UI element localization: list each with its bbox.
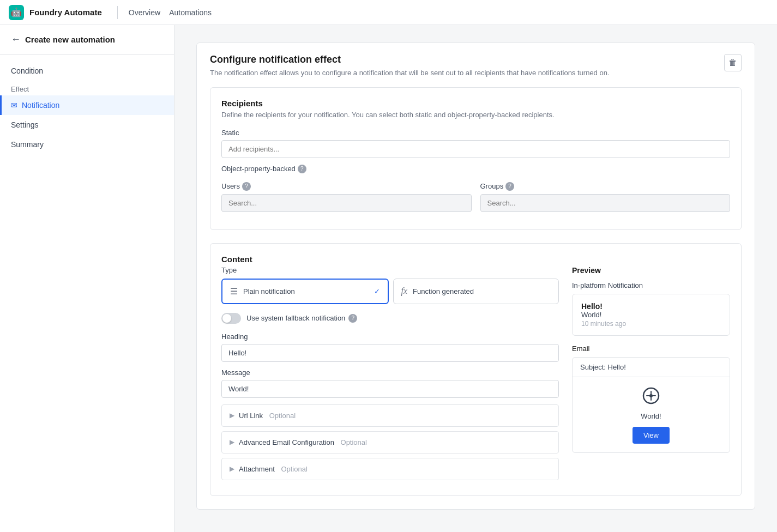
sidebar-header: ← Create new automation xyxy=(0,34,174,55)
users-field: Users ? xyxy=(221,182,472,212)
message-field-group: Message xyxy=(221,368,559,398)
recipients-title: Recipients xyxy=(221,99,730,108)
attachment-chevron-icon: ▶ xyxy=(230,465,234,473)
system-fallback-toggle[interactable] xyxy=(221,313,241,324)
content-grid: Type ☰ Plain notification ✓ fx Function … xyxy=(221,266,730,485)
url-link-optional: Optional xyxy=(267,412,296,420)
plain-check-icon: ✓ xyxy=(374,287,380,295)
toggle-label: Use system fallback notification ? xyxy=(246,314,357,323)
preview-time: 10 minutes ago xyxy=(581,320,721,328)
email-world-text: World! xyxy=(641,412,661,420)
svg-point-1 xyxy=(649,394,653,397)
recipients-section: Recipients Define the recipients for you… xyxy=(210,87,742,230)
heading-input[interactable] xyxy=(221,344,559,362)
email-logo xyxy=(641,386,661,406)
nav-divider xyxy=(117,6,118,19)
sidebar-item-settings-label: Settings xyxy=(11,120,39,129)
view-button[interactable]: View xyxy=(633,427,670,444)
sidebar-item-settings[interactable]: Settings xyxy=(0,115,174,135)
logo-icon: 🤖 xyxy=(9,5,24,20)
email-subject: Subject: Hello! xyxy=(573,358,730,377)
panel-title-group: Configure notification effect The notifi… xyxy=(210,54,610,78)
app-logo: 🤖 Foundry Automate xyxy=(9,5,102,20)
groups-search-input[interactable] xyxy=(480,194,731,212)
configure-panel: Configure notification effect The notifi… xyxy=(196,43,755,510)
top-nav: 🤖 Foundry Automate Overview Automations xyxy=(0,0,777,25)
heading-label: Heading xyxy=(221,332,559,341)
advanced-email-label: Advanced Email Configuration xyxy=(239,438,334,446)
attachment-row[interactable]: ▶ Attachment Optional xyxy=(221,458,559,480)
preview-panel: Preview In-platform Notification Hello! … xyxy=(572,266,730,485)
url-link-row[interactable]: ▶ Url Link Optional xyxy=(221,404,559,427)
sidebar: ← Create new automation Condition Effect… xyxy=(0,25,174,532)
url-link-chevron-icon: ▶ xyxy=(230,412,234,419)
app-layout: ← Create new automation Condition Effect… xyxy=(0,25,777,532)
users-info-icon[interactable]: ? xyxy=(242,182,251,191)
groups-info-icon[interactable]: ? xyxy=(505,182,514,191)
advanced-email-optional: Optional xyxy=(339,438,367,446)
attachment-label: Attachment xyxy=(239,465,275,473)
function-type-icon: fx xyxy=(401,286,408,296)
type-options: ☰ Plain notification ✓ fx Function gener… xyxy=(221,279,559,304)
function-type-label: Function generated xyxy=(413,287,474,295)
message-label: Message xyxy=(221,368,559,377)
sidebar-item-notification[interactable]: ✉ Notification xyxy=(0,95,174,115)
foundry-logo-svg xyxy=(642,387,660,404)
email-preview-label: Email xyxy=(572,344,730,353)
sidebar-item-notification-label: Notification xyxy=(22,101,59,110)
url-link-label: Url Link xyxy=(239,412,263,420)
message-input[interactable] xyxy=(221,380,559,398)
sidebar-item-condition-label: Condition xyxy=(11,66,43,75)
users-label: Users ? xyxy=(221,182,472,191)
type-function[interactable]: fx Function generated xyxy=(393,279,559,304)
sidebar-effect-label: Effect xyxy=(0,81,174,95)
toggle-row: Use system fallback notification ? xyxy=(221,313,559,324)
sidebar-item-summary[interactable]: Summary xyxy=(0,135,174,154)
page-title: Configure notification effect xyxy=(210,54,610,65)
static-field-group: Static xyxy=(221,129,730,158)
static-recipients-input[interactable] xyxy=(221,140,730,158)
content-title: Content xyxy=(221,255,730,264)
sidebar-title: Create new automation xyxy=(25,35,115,44)
app-name: Foundry Automate xyxy=(29,8,102,17)
content-form: Type ☰ Plain notification ✓ fx Function … xyxy=(221,266,559,485)
static-label: Static xyxy=(221,129,730,137)
sidebar-item-condition[interactable]: Condition xyxy=(0,61,174,81)
users-groups-row: Users ? Groups ? xyxy=(221,182,730,212)
in-platform-notification: Hello! World! 10 minutes ago xyxy=(572,294,730,336)
email-preview-box: Subject: Hello! World! xyxy=(572,357,730,453)
preview-title: Preview xyxy=(572,266,730,275)
sidebar-item-summary-label: Summary xyxy=(11,140,44,149)
preview-hello: Hello! xyxy=(581,302,721,311)
notification-icon: ✉ xyxy=(11,101,17,110)
toggle-info-icon[interactable]: ? xyxy=(348,314,357,323)
email-body: World! View xyxy=(573,377,730,452)
nav-overview[interactable]: Overview xyxy=(124,8,165,17)
object-property-info-icon[interactable]: ? xyxy=(298,165,306,173)
attachment-optional: Optional xyxy=(279,465,308,473)
object-property-group: Object-property-backed ? Users ? xyxy=(221,165,730,212)
users-search-input[interactable] xyxy=(221,194,472,212)
groups-field: Groups ? xyxy=(480,182,731,212)
in-platform-label: In-platform Notification xyxy=(572,281,730,289)
heading-field-group: Heading xyxy=(221,332,559,362)
advanced-email-chevron-icon: ▶ xyxy=(230,438,234,446)
back-arrow-icon[interactable]: ← xyxy=(11,34,21,45)
toggle-knob xyxy=(222,314,231,323)
recipients-desc: Define the recipients for your notificat… xyxy=(221,110,730,120)
advanced-email-row[interactable]: ▶ Advanced Email Configuration Optional xyxy=(221,431,559,454)
preview-world: World! xyxy=(581,311,721,319)
content-section: Content Type ☰ Plain notification ✓ xyxy=(210,243,742,496)
groups-label: Groups ? xyxy=(480,182,731,191)
type-label: Type xyxy=(221,266,559,274)
plain-type-label: Plain notification xyxy=(243,287,295,295)
nav-automations[interactable]: Automations xyxy=(165,8,216,17)
type-plain[interactable]: ☰ Plain notification ✓ xyxy=(221,279,389,304)
panel-header: Configure notification effect The notifi… xyxy=(197,43,755,87)
page-description: The notification effect allows you to co… xyxy=(210,68,610,78)
main-content: Configure notification effect The notifi… xyxy=(174,25,777,532)
delete-button[interactable]: 🗑 xyxy=(724,54,742,71)
plain-type-icon: ☰ xyxy=(230,286,238,297)
object-property-label: Object-property-backed ? xyxy=(221,165,730,173)
